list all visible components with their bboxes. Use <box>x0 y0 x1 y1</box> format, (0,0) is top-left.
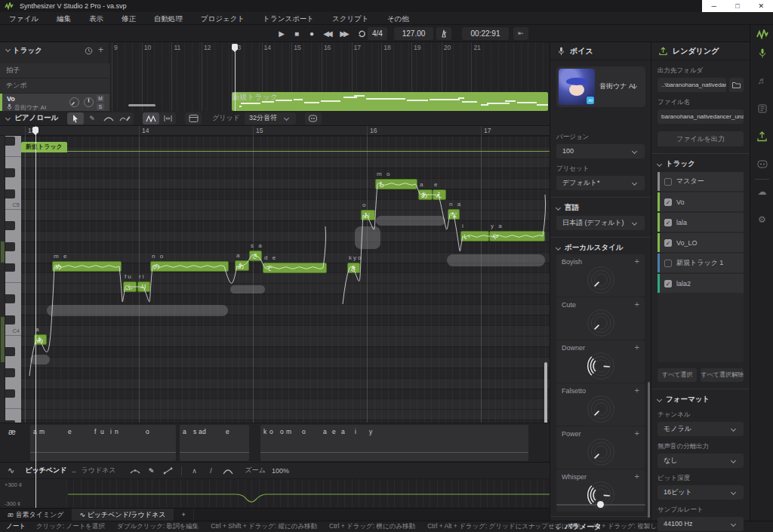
horizontal-scrollbar-thumb[interactable] <box>128 104 156 106</box>
menu-item-2[interactable]: 表示 <box>80 12 112 25</box>
voice-selector[interactable]: AI 音街ウナ AI <box>556 66 645 107</box>
render-track-row-5[interactable]: ✓lala2 <box>658 274 744 293</box>
menu-item-6[interactable]: トランスポート <box>254 12 323 25</box>
ai-assistant-sidebar-icon[interactable] <box>750 158 773 171</box>
bottom-tab-1[interactable]: ∿ ピッチベンド/ラウドネス <box>72 509 174 521</box>
grid-size-dropdown[interactable]: 32分音符 <box>245 112 296 125</box>
vertical-scrollbar-thumb[interactable] <box>544 362 547 423</box>
render-track-row-1[interactable]: ✓Vo <box>658 192 744 211</box>
param-line-tool-button[interactable] <box>160 465 177 477</box>
loop-button[interactable] <box>355 28 368 39</box>
vocal-style-add-button[interactable]: + <box>635 386 639 395</box>
volume-knob[interactable] <box>69 97 80 108</box>
phoneme-letter[interactable]: a <box>323 428 327 435</box>
phoneme-letter[interactable]: s <box>193 428 196 435</box>
pitchbend-graph[interactable] <box>66 479 550 509</box>
time-signature-row[interactable]: 拍子 <box>0 63 109 78</box>
version-dropdown[interactable]: 100 <box>556 144 645 158</box>
menu-item-0[interactable]: ファイル <box>0 12 48 25</box>
track-checkbox[interactable]: ✓ <box>664 280 672 288</box>
maximize-button[interactable]: □ <box>725 0 749 12</box>
menu-item-1[interactable]: 編集 <box>48 12 80 25</box>
voice-panel-scrollbar[interactable] <box>648 382 650 518</box>
phoneme-segment[interactable] <box>180 425 249 461</box>
loudness-slider[interactable] <box>556 501 645 509</box>
vocal-style-add-button[interactable]: + <box>635 472 639 481</box>
phoneme-letter[interactable]: f <box>94 428 96 435</box>
preset-dropdown[interactable]: デフォルト* <box>556 176 645 190</box>
track-checkbox[interactable] <box>664 260 672 267</box>
phoneme-letter[interactable]: e <box>226 428 229 435</box>
tab-pitchbend[interactable]: ピッチベンド <box>25 466 66 475</box>
time-signature[interactable]: 4/4 <box>368 27 387 40</box>
notes-sidebar-icon[interactable]: ♬ <box>750 74 773 88</box>
format-field-dropdown-2[interactable]: 16ビット <box>658 485 744 500</box>
pan-knob[interactable] <box>83 97 94 108</box>
stop-button[interactable]: ■ <box>290 28 303 39</box>
record-button[interactable]: ● <box>305 28 319 39</box>
phoneme-letter[interactable]: o <box>280 428 284 435</box>
track-checkbox[interactable]: ✓ <box>664 219 672 226</box>
pianoroll-playhead[interactable] <box>35 126 36 508</box>
return-to-start-button[interactable]: ⇤ <box>513 27 528 40</box>
phoneme-letter[interactable]: e <box>332 428 336 435</box>
vocal-style-knob[interactable] <box>584 351 617 381</box>
select-all-button[interactable]: すべて選択 <box>658 368 697 382</box>
render-track-row-2[interactable]: ✓lala <box>658 213 744 232</box>
shape-peak-button[interactable]: ∧ <box>186 465 203 477</box>
phoneme-letter[interactable]: u <box>100 428 104 435</box>
arrangement-clip[interactable]: 新規トラック <box>232 92 548 111</box>
phoneme-letter[interactable]: o <box>302 428 306 435</box>
phoneme-letter[interactable]: n <box>115 428 119 435</box>
play-button[interactable]: ▶ <box>275 28 288 39</box>
phoneme-letter[interactable]: a <box>341 428 345 435</box>
phoneme-letter[interactable]: e <box>68 428 72 435</box>
arrangement-timeline[interactable]: 9101112131415161718192021新規トラック <box>109 42 550 111</box>
solo-button[interactable]: S <box>97 103 104 110</box>
quantize-clock-icon[interactable] <box>85 47 93 55</box>
phoneme-letter[interactable]: m <box>286 428 291 435</box>
ai-retake-button[interactable] <box>305 112 322 125</box>
vocal-style-knob[interactable] <box>584 265 617 295</box>
phoneme-letter[interactable]: y <box>369 428 372 435</box>
shape-line-button[interactable]: / <box>203 465 220 477</box>
vocal-style-add-button[interactable]: + <box>635 343 639 352</box>
bottom-tab-2[interactable]: + <box>174 509 193 521</box>
format-field-dropdown-0[interactable]: モノラル <box>658 422 744 436</box>
shape-arch-button[interactable] <box>220 465 236 477</box>
browse-folder-button[interactable] <box>729 78 744 92</box>
pitch-curve-tool-button[interactable] <box>100 112 117 125</box>
format-field-dropdown-3[interactable]: 44100 Hz <box>658 517 744 531</box>
pianoroll-collapse-chevron-icon[interactable] <box>5 115 11 121</box>
track-checkbox[interactable]: ✓ <box>664 239 672 247</box>
settings-sidebar-icon[interactable]: ⚙ <box>750 213 773 226</box>
phoneme-segment[interactable] <box>260 425 528 461</box>
render-track-row-0[interactable]: マスター <box>658 172 744 191</box>
phoneme-letter[interactable]: i <box>355 428 356 435</box>
menu-item-4[interactable]: 自動処理 <box>145 12 192 25</box>
vocal-style-add-button[interactable]: + <box>635 257 639 266</box>
track-row-vo[interactable]: Vo 音街ウナ AI M S <box>0 94 109 111</box>
tempo-row[interactable]: テンポ <box>0 78 109 94</box>
metronome-button[interactable] <box>436 27 451 40</box>
phoneme-letter[interactable]: o <box>146 428 149 435</box>
render-track-row-4[interactable]: 新規トラック 1 <box>658 254 744 272</box>
menu-item-8[interactable]: その他 <box>378 12 418 25</box>
render-sidebar-icon[interactable] <box>750 130 773 143</box>
loudness-slider-handle[interactable] <box>597 501 604 508</box>
phoneme-letter[interactable]: k <box>263 428 266 435</box>
time-display[interactable]: 00:22:91 <box>462 27 509 40</box>
vocal-style-knob[interactable] <box>584 308 617 338</box>
add-track-button[interactable]: + <box>98 45 103 55</box>
phoneme-letter[interactable]: d <box>202 428 206 435</box>
track-checkbox[interactable]: ✓ <box>664 198 672 206</box>
note-pencil-tool-button[interactable]: ✎ <box>84 112 100 125</box>
output-folder-input[interactable]: ..\baranohana_nativedancer <box>658 78 726 92</box>
menu-item-5[interactable]: プロジェクト <box>192 12 254 25</box>
collapse-chevron-icon[interactable] <box>5 47 11 52</box>
vocal-style-add-button[interactable]: + <box>635 429 639 438</box>
select-tool-button[interactable] <box>67 112 84 125</box>
phoneme-letter[interactable]: m <box>39 428 45 435</box>
pitch-pencil-tool-button[interactable] <box>117 112 134 125</box>
show-timing-button[interactable] <box>159 112 176 125</box>
